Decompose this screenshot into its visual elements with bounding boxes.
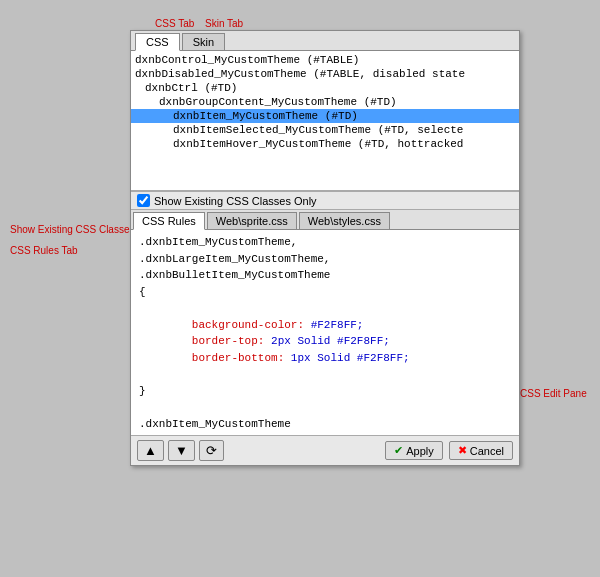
show-existing-label: Show Existing CSS Classes Only: [154, 195, 317, 207]
apply-label: Apply: [406, 445, 434, 457]
selector-item-2[interactable]: dxnbDisabled_MyCustomTheme (#TABLE, disa…: [131, 67, 519, 81]
css-val-3: 1px Solid #F2F8FF;: [284, 352, 409, 364]
styles-css-tab[interactable]: Web\styles.css: [299, 212, 390, 229]
selector-item-3[interactable]: dxnbCtrl (#TD): [131, 81, 519, 95]
skin-tab[interactable]: Skin: [182, 33, 225, 50]
toolbar-right: ✔ Apply ✖ Cancel: [385, 441, 513, 460]
css-tab-annotation: CSS Tab: [155, 18, 194, 29]
css-rules-tab-annotation: CSS Rules Tab: [10, 245, 78, 256]
css-tab[interactable]: CSS: [135, 33, 180, 51]
css-line-5: [139, 300, 511, 317]
selector-item-7[interactable]: dxnbItemHover_MyCustomTheme (#TD, hottra…: [131, 137, 519, 151]
move-up-icon: ▼: [175, 443, 188, 458]
css-line-7: border-top: 2px Solid #F2F8FF;: [139, 333, 511, 350]
selector-item-5[interactable]: dxnbItem_MyCustomTheme (#TD): [131, 109, 519, 123]
css-line-2: .dxnbLargeItem_MyCustomTheme,: [139, 251, 511, 268]
css-val-2: 2px Solid #F2F8FF;: [264, 335, 389, 347]
css-line-11: [139, 399, 511, 416]
selector-item-4[interactable]: dxnbGroupContent_MyCustomTheme (#TD): [131, 95, 519, 109]
bottom-toolbar: ▲ ▼ ⟳ ✔ Apply ✖ Cancel: [131, 435, 519, 465]
css-line-3: .dxnbBulletItem_MyCustomTheme: [139, 267, 511, 284]
sprite-css-tab[interactable]: Web\sprite.css: [207, 212, 297, 229]
move-down-button[interactable]: ▲: [137, 440, 164, 461]
css-edit-pane[interactable]: .dxnbItem_MyCustomTheme, .dxnbLargeItem_…: [131, 230, 519, 435]
css-line-13: {: [139, 432, 511, 435]
selector-item-1[interactable]: dxnbControl_MyCustomTheme (#TABLE): [131, 53, 519, 67]
refresh-icon: ⟳: [206, 443, 217, 458]
css-prop-2: border-top:: [192, 335, 265, 347]
show-existing-annotation: Show Existing CSS Classes: [10, 224, 135, 235]
css-edit-pane-annotation: CSS Edit Pane: [520, 388, 587, 399]
css-val-1: #F2F8FF;: [304, 319, 363, 331]
skin-tab-annotation: Skin Tab: [205, 18, 243, 29]
css-line-6: background-color: #F2F8FF;: [139, 317, 511, 334]
toolbar-left: ▲ ▼ ⟳: [137, 440, 224, 461]
css-line-9: [139, 366, 511, 383]
css-prop-3: border-bottom:: [192, 352, 284, 364]
css-rules-tab[interactable]: CSS Rules: [133, 212, 205, 230]
cancel-button[interactable]: ✖ Cancel: [449, 441, 513, 460]
cancel-label: Cancel: [470, 445, 504, 457]
css-line-10: }: [139, 383, 511, 400]
checkbox-row: Show Existing CSS Classes Only: [131, 191, 519, 210]
selector-navigation-pane[interactable]: dxnbControl_MyCustomTheme (#TABLE) dxnbD…: [131, 51, 519, 191]
cancel-x-icon: ✖: [458, 444, 467, 457]
css-line-8: border-bottom: 1px Solid #F2F8FF;: [139, 350, 511, 367]
top-tab-bar: CSS Skin: [131, 31, 519, 51]
refresh-button[interactable]: ⟳: [199, 440, 224, 461]
apply-check-icon: ✔: [394, 444, 403, 457]
main-dialog: CSS Skin dxnbControl_MyCustomTheme (#TAB…: [130, 30, 520, 466]
move-up-button[interactable]: ▼: [168, 440, 195, 461]
css-line-12: .dxnbItem_MyCustomTheme: [139, 416, 511, 433]
css-line-1: .dxnbItem_MyCustomTheme,: [139, 234, 511, 251]
css-rules-tab-bar: CSS Rules Web\sprite.css Web\styles.css: [131, 210, 519, 230]
show-existing-checkbox[interactable]: [137, 194, 150, 207]
apply-button[interactable]: ✔ Apply: [385, 441, 443, 460]
css-prop-1: background-color:: [192, 319, 304, 331]
selector-item-6[interactable]: dxnbItemSelected_MyCustomTheme (#TD, sel…: [131, 123, 519, 137]
move-down-icon: ▲: [144, 443, 157, 458]
css-line-4: {: [139, 284, 511, 301]
